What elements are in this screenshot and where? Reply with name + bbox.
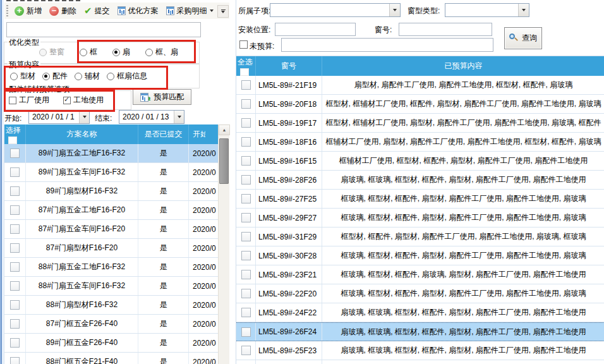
row-checkbox[interactable]	[241, 194, 251, 203]
row-checkbox[interactable]	[10, 338, 20, 348]
delete-button[interactable]: − 删除	[46, 4, 80, 18]
plan-table-row[interactable]: 89#门框五金F26-F40 是 2020/0	[4, 334, 219, 353]
scroll-up-button[interactable]: ▲	[219, 124, 230, 135]
row-checkbox[interactable]	[241, 270, 251, 279]
toolbar-overflow-button[interactable]	[217, 5, 229, 18]
window-table-row[interactable]: LM5L-89#-25F23 扇玻璃, 框玻璃, 框型材, 框配件, 扇型材, …	[236, 341, 604, 360]
radio-option[interactable]: 框、扇	[145, 47, 178, 58]
window-table-row[interactable]: LM5L-89#-27F25 框玻璃, 框型材, 框配件, 扇型材, 扇配件工厂…	[236, 190, 604, 209]
checkbox-option[interactable]: 工厂使用	[9, 95, 49, 106]
submitted-cell: 是	[138, 144, 189, 162]
plan-table-row[interactable]: 87#门扇五金车间F16-F20 是 2020/0	[4, 220, 219, 239]
row-checkbox[interactable]	[10, 149, 20, 158]
optimize-plan-button[interactable]: 优化方案	[114, 4, 162, 18]
radio-option[interactable]: 框扇信息	[107, 71, 147, 82]
window-table-row[interactable]: LM5L-89#-18F16 框辅材工厂使用, 扇型材, 扇配件工厂使用, 扇配…	[236, 133, 604, 152]
row-checkbox[interactable]	[241, 137, 251, 147]
row-checkbox[interactable]	[10, 186, 20, 196]
window-table-row[interactable]: LM5L-89#-20F18 框型材, 框辅材工厂使用, 框配件, 扇型材, 扇…	[236, 95, 604, 114]
window-type-select[interactable]	[445, 3, 529, 17]
row-checkbox[interactable]	[10, 262, 20, 272]
window-table-row[interactable]: LM5L-89#-31F29 框型材, 框配件, 扇型材, 扇配件工厂使用, 扇…	[236, 228, 604, 246]
scrollbar-thumb[interactable]	[219, 138, 229, 184]
row-checkbox[interactable]	[241, 308, 251, 317]
budget-match-button[interactable]: ⇄ 预算匹配	[133, 89, 191, 105]
radio-option[interactable]: 辅材	[75, 71, 100, 82]
window-type-dropdown[interactable]	[518, 4, 529, 16]
select-all-checkbox[interactable]	[240, 68, 249, 76]
row-checkbox[interactable]	[241, 289, 251, 298]
sub-item-dropdown[interactable]	[389, 4, 400, 16]
budgeted-content-cell: 扇玻璃, 框玻璃, 框型材, 框配件, 扇型材, 扇配件工厂使用, 扇配件工地使…	[322, 323, 604, 341]
sub-item-select[interactable]	[270, 3, 401, 17]
plan-table-row[interactable]: 89#门扇五金工地F16-F32 是 2020/0	[4, 144, 219, 163]
row-checkbox[interactable]	[241, 232, 251, 241]
plan-table-row[interactable]: 88#门扇五金车间F16-F32 是 2020/0	[4, 277, 219, 296]
window-table-row[interactable]: LM5L-89#-23F21 框玻璃, 框型材, 框配件, 扇玻璃, 扇型材, …	[236, 265, 604, 284]
plan-name-input[interactable]	[6, 22, 201, 37]
window-table-row[interactable]: LM5L-89#-16F15 框辅材工厂使用, 框型材, 框配件, 扇型材, 扇…	[236, 152, 604, 171]
plan-table-row[interactable]: 87#门扇型材F16-F20 是 2020/0	[4, 239, 219, 258]
submit-button[interactable]: ✔ 提交	[81, 4, 113, 18]
add-button[interactable]: + 新增	[11, 4, 45, 18]
plan-table-scrollbar[interactable]: ▲	[218, 124, 229, 364]
row-checkbox[interactable]	[241, 327, 251, 337]
row-checkbox[interactable]	[10, 319, 20, 329]
plan-table-row[interactable]: 88#门扇五金工地F16-F32 是 2020/0	[4, 258, 219, 277]
row-checkbox[interactable]	[241, 175, 251, 185]
row-checkbox[interactable]	[10, 224, 20, 234]
row-checkbox[interactable]	[10, 281, 20, 291]
radio-icon	[112, 49, 120, 56]
plan-table-row[interactable]: 89#门扇五金车间F16-F32 是 2020/0	[4, 163, 219, 182]
budgeted-content-cell: 框玻璃, 框型材, 框配件, 扇型材, 扇配件工厂使用, 扇配件工地使用, 扇玻…	[322, 284, 604, 303]
start-date-dropdown[interactable]	[79, 111, 89, 123]
plan-table-row[interactable]: 88#门扇型材F16-F32 是 2020/0	[4, 296, 219, 315]
window-table-row[interactable]: LM5L-89#-19F17 框型材, 框辅材工厂使用, 扇型材, 扇配件工厂使…	[236, 114, 604, 133]
toolbar-grip-handle[interactable]	[6, 5, 8, 16]
window-table-row[interactable]: LM5L-89#-26F24 扇玻璃, 框玻璃, 框型材, 框配件, 扇型材, …	[236, 322, 604, 341]
window-table-row[interactable]: LM5L-89#-29F27 框玻璃, 框型材, 框配件, 扇型材, 扇配件工厂…	[236, 209, 604, 228]
radio-option[interactable]: 扇	[112, 47, 130, 58]
unbudgeted-input[interactable]	[281, 38, 493, 52]
row-checkbox[interactable]	[241, 251, 251, 260]
unbudgeted-checkbox[interactable]	[239, 40, 248, 49]
budgeted-content-cell: 框玻璃, 框型材, 框配件, 扇玻璃, 扇型材, 扇配件工厂使用, 扇配件工地使…	[322, 265, 604, 284]
window-table-row[interactable]: LM5L-89#-21F19 扇型材, 扇配件工厂使用, 扇配件工地使用, 框型…	[236, 76, 604, 95]
install-position-input[interactable]	[275, 23, 356, 36]
row-checkbox[interactable]	[241, 346, 251, 355]
row-checkbox[interactable]	[241, 156, 251, 166]
radio-option[interactable]: 型材	[10, 71, 35, 82]
overflow-bar-icon	[221, 9, 226, 10]
query-button[interactable]: 查询	[504, 27, 542, 49]
row-checkbox[interactable]	[10, 243, 20, 253]
checkbox-option[interactable]: 工地使用	[63, 95, 104, 106]
row-checkbox[interactable]	[10, 167, 20, 177]
plan-table-row[interactable]: 88#门框五金F21-F40 是 2020/0	[4, 353, 219, 364]
select-all-checkbox[interactable]	[8, 136, 17, 144]
row-checkbox[interactable]	[241, 213, 251, 222]
radio-option[interactable]: 整窗	[39, 47, 64, 58]
row-checkbox[interactable]	[10, 300, 20, 310]
plan-table-row[interactable]: 87#门扇五金工地F16-F20 是 2020/0	[4, 201, 219, 220]
submitted-cell: 是	[138, 277, 189, 295]
end-date-dropdown[interactable]	[174, 111, 184, 123]
start-date-picker[interactable]: 2020 / 01 / 1	[28, 110, 90, 124]
row-checkbox[interactable]	[10, 357, 20, 364]
plan-table-row[interactable]: 89#门扇型材F16-F32 是 2020/0	[4, 182, 219, 201]
end-date-value: 2020 / 01 / 13	[119, 112, 174, 121]
row-checkbox[interactable]	[241, 99, 251, 109]
window-table-row[interactable]: LM5L-89#-24F22 扇玻璃, 框玻璃, 框型材, 框配件, 扇型材, …	[236, 303, 604, 322]
row-checkbox[interactable]	[241, 118, 251, 128]
row-checkbox[interactable]	[241, 80, 251, 90]
plan-table-row[interactable]: 87#门框五金F26-F40 是 2020/0	[4, 315, 219, 334]
radio-option[interactable]: 配件	[42, 71, 68, 82]
window-table-row[interactable]: LM5L-89#-30F28 框玻璃, 框型材, 框配件, 扇型材, 扇配件工厂…	[236, 246, 604, 265]
purchase-detail-button[interactable]: 采购明细	[163, 4, 217, 18]
window-table-row[interactable]: LM5L-89#-28F26 扇玻璃, 框玻璃, 框型材, 框配件, 扇型材, …	[236, 171, 604, 190]
row-checkbox[interactable]	[10, 205, 20, 215]
plan-name-cell: 89#门扇五金车间F16-F32	[26, 163, 138, 181]
window-no-input[interactable]	[399, 23, 492, 36]
window-table-row[interactable]: LM5L-89#-22F20 框玻璃, 框型材, 框配件, 扇型材, 扇配件工厂…	[236, 284, 604, 303]
end-date-picker[interactable]: 2020 / 01 / 13	[119, 110, 184, 124]
radio-option[interactable]: 框	[80, 47, 97, 58]
